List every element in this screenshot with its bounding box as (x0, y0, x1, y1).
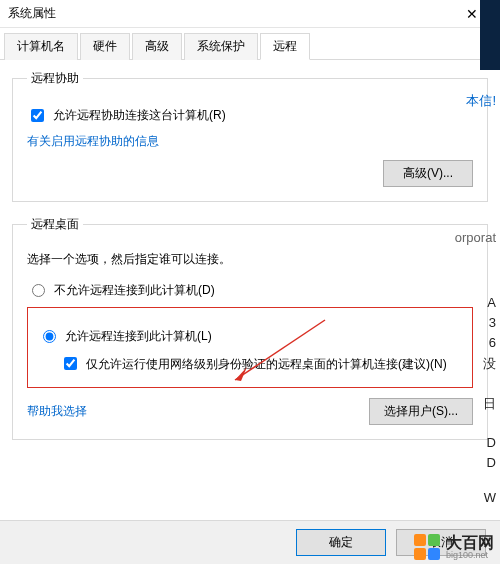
nla-input[interactable] (64, 357, 77, 370)
tab-computer-name[interactable]: 计算机名 (4, 33, 78, 60)
tab-hardware[interactable]: 硬件 (80, 33, 130, 60)
tab-protection[interactable]: 系统保护 (184, 33, 258, 60)
allow-remote-assist-label: 允许远程协助连接这台计算机(R) (53, 107, 226, 124)
watermark-logo-icon (414, 534, 440, 560)
remote-desktop-desc: 选择一个选项，然后指定谁可以连接。 (27, 251, 473, 268)
disallow-remote-radio[interactable]: 不允许远程连接到此计算机(D) (27, 282, 473, 299)
tab-remote[interactable]: 远程 (260, 33, 310, 60)
remote-desktop-legend: 远程桌面 (27, 216, 83, 233)
help-choose-link[interactable]: 帮助我选择 (27, 403, 87, 420)
allow-remote-assist-checkbox[interactable]: 允许远程协助连接这台计算机(R) (27, 107, 473, 125)
remote-assist-legend: 远程协助 (27, 70, 83, 87)
titlebar: 系统属性 ✕ (0, 0, 500, 28)
allow-remote-radio[interactable]: 允许远程连接到此计算机(L) (38, 328, 462, 345)
highlight-box: 允许远程连接到此计算机(L) 仅允许运行使用网络级别身份验证的远程桌面的计算机连… (27, 307, 473, 388)
nla-checkbox[interactable]: 仅允许运行使用网络级别身份验证的远程桌面的计算机连接(建议)(N) (60, 355, 462, 373)
watermark: 大百网 big100.net (414, 534, 494, 560)
window-title: 系统属性 (8, 5, 452, 22)
remote-assist-group: 远程协助 允许远程协助连接这台计算机(R) 有关启用远程协助的信息 高级(V).… (12, 70, 488, 202)
peek-w: W (484, 490, 496, 505)
disallow-remote-label: 不允许远程连接到此计算机(D) (54, 282, 215, 299)
close-icon: ✕ (466, 6, 478, 22)
remote-desktop-group: 远程桌面 选择一个选项，然后指定谁可以连接。 不允许远程连接到此计算机(D) 允… (12, 216, 488, 440)
watermark-domain: big100.net (446, 551, 494, 560)
disallow-remote-input[interactable] (32, 284, 45, 297)
remote-panel: 远程协助 允许远程协助连接这台计算机(R) 有关启用远程协助的信息 高级(V).… (0, 60, 500, 464)
nla-label: 仅允许运行使用网络级别身份验证的远程桌面的计算机连接(建议)(N) (86, 355, 447, 373)
watermark-name: 大百网 (446, 535, 494, 551)
allow-remote-assist-input[interactable] (31, 109, 44, 122)
tab-strip: 计算机名 硬件 高级 系统保护 远程 (0, 28, 500, 60)
ok-button[interactable]: 确定 (296, 529, 386, 556)
select-users-button[interactable]: 选择用户(S)... (369, 398, 473, 425)
remote-assist-info-link[interactable]: 有关启用远程协助的信息 (27, 134, 159, 148)
tab-advanced[interactable]: 高级 (132, 33, 182, 60)
allow-remote-label: 允许远程连接到此计算机(L) (65, 328, 212, 345)
close-button[interactable]: ✕ (452, 0, 492, 28)
allow-remote-input[interactable] (43, 330, 56, 343)
remote-assist-advanced-button[interactable]: 高级(V)... (383, 160, 473, 187)
